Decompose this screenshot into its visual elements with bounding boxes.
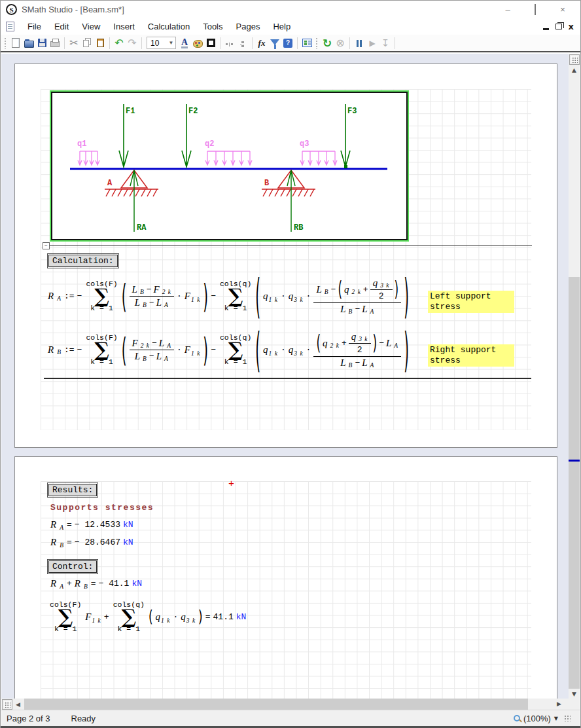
interrupt-icon: ↧ xyxy=(379,37,392,50)
menu-tools[interactable]: Tools xyxy=(196,20,229,33)
vertical-spacing-icon[interactable] xyxy=(236,37,249,50)
copy-icon[interactable] xyxy=(80,37,94,50)
sum-f: cols(F) ∑ k = 1 xyxy=(84,334,118,366)
op: · xyxy=(281,291,286,301)
menu-file[interactable]: File xyxy=(21,20,48,33)
paste-icon[interactable] xyxy=(94,37,107,50)
cut-icon[interactable]: ✂ xyxy=(67,37,80,50)
function-icon[interactable]: fx xyxy=(255,37,268,50)
support-label-a: A xyxy=(107,179,113,188)
redo-icon[interactable]: ↷ xyxy=(126,37,139,50)
pause-icon[interactable] xyxy=(353,37,366,50)
beam-diagram[interactable]: F1 F2 F3 q1 q2 q3 A B RA RB xyxy=(51,92,408,240)
force-arrows xyxy=(119,104,350,167)
document-icon[interactable] xyxy=(6,22,14,31)
menu-pages[interactable]: Pages xyxy=(230,20,267,33)
control-sum-line[interactable]: RA + RB = − 41.1 kN xyxy=(50,579,142,589)
results-subtitle[interactable]: Supports stresses xyxy=(50,503,154,513)
menu-view[interactable]: View xyxy=(75,20,107,33)
worksheet-page-1[interactable]: F1 F2 F3 q1 q2 q3 A B RA RB − Calculatio… xyxy=(14,64,557,448)
op: − xyxy=(211,291,216,301)
section-collapse-toggle[interactable]: − xyxy=(43,242,50,249)
menu-help[interactable]: Help xyxy=(266,20,297,33)
formula-ra[interactable]: RA := − cols(F) ∑ k = 1 ( LB−F2 k LB−LA … xyxy=(48,271,409,321)
stop-icon: ⊗ xyxy=(334,37,347,50)
op: − xyxy=(211,345,216,355)
sub: B xyxy=(57,349,62,355)
zoom-magnifier-icon[interactable] xyxy=(514,715,520,721)
minimize-button[interactable]: – xyxy=(503,5,512,14)
open-icon[interactable] xyxy=(22,37,35,50)
paren: ) xyxy=(203,282,208,311)
op: − xyxy=(77,291,82,301)
calculation-section-label[interactable]: Calculation: xyxy=(48,255,118,267)
new-icon[interactable] xyxy=(9,37,22,50)
paren: ( xyxy=(122,282,127,311)
force-label-f2: F2 xyxy=(188,107,198,116)
fraction: LB−F2 k LB−LA xyxy=(130,285,174,308)
resize-grip[interactable] xyxy=(564,715,571,721)
font-size-combo[interactable]: 10 ▼ xyxy=(147,37,176,49)
fraction: ( q2 k+ q3 k2 ) −LA LB−LA xyxy=(313,332,401,368)
print-icon[interactable] xyxy=(48,37,62,50)
horizontal-scroll-thumb[interactable] xyxy=(24,699,528,710)
app-window: S SMath Studio - [Beam.sm*] – × File Edi… xyxy=(0,0,581,728)
snapshot-table-icon[interactable] xyxy=(300,37,313,50)
mdi-minimize-button[interactable] xyxy=(543,28,549,30)
help-reference-icon[interactable]: ? xyxy=(281,37,294,50)
result-rb[interactable]: RB = − 28.6467 kN xyxy=(50,537,133,547)
load-label-q1: q1 xyxy=(77,139,86,149)
result-ra[interactable]: RA = − 12.4533 kN xyxy=(50,520,133,530)
op: := xyxy=(64,291,75,301)
scroll-up-icon[interactable]: ▲ xyxy=(569,65,580,75)
close-button[interactable]: × xyxy=(558,5,567,14)
border-icon[interactable] xyxy=(204,37,217,50)
vertical-scroll-thumb[interactable] xyxy=(569,277,580,689)
worksheet-canvas[interactable]: F1 F2 F3 q1 q2 q3 A B RA RB − Calculatio… xyxy=(1,54,569,699)
scroll-right-icon[interactable]: ▶ xyxy=(554,699,565,709)
control-section-label[interactable]: Control: xyxy=(48,560,97,573)
mdi-close-button[interactable]: x xyxy=(569,22,574,31)
font-size-value[interactable]: 10 xyxy=(147,39,167,48)
scroll-left-icon[interactable]: ◀ xyxy=(12,699,24,710)
undo-icon[interactable]: ↶ xyxy=(113,37,126,50)
op: · xyxy=(177,291,182,301)
maximize-button[interactable] xyxy=(535,4,536,15)
control-check-formula[interactable]: cols(F) ∑ k = 1 F1 k + cols(q) ∑ k = 1 (… xyxy=(48,596,246,638)
formula-rb[interactable]: RB := − cols(F) ∑ k = 1 ( F2 k−LA LB−LA … xyxy=(48,325,409,374)
note-right-support[interactable]: Right support stress xyxy=(428,344,514,367)
page-grid xyxy=(41,481,531,699)
toolbar-grip[interactable] xyxy=(4,37,7,49)
background-color-icon[interactable] xyxy=(191,37,204,50)
page-select-button[interactable] xyxy=(569,54,580,65)
horizontal-scrollbar[interactable]: ◀ ▶ xyxy=(1,699,569,710)
var: R xyxy=(48,345,54,355)
zoom-dropdown-icon[interactable]: ▼ xyxy=(554,716,558,721)
note-left-support[interactable]: Left support stress xyxy=(428,291,514,313)
font-color-icon[interactable]: A xyxy=(178,37,191,50)
menu-insert[interactable]: Insert xyxy=(107,20,141,33)
save-icon[interactable] xyxy=(35,37,48,50)
support-label-b: B xyxy=(264,179,269,188)
horizontal-spacing-icon[interactable] xyxy=(223,37,236,50)
op: − xyxy=(77,345,82,355)
results-section-label[interactable]: Results: xyxy=(48,484,97,496)
section-top-line xyxy=(50,246,532,246)
page-grid-button[interactable] xyxy=(2,699,12,710)
force-label-f1: F1 xyxy=(126,107,135,116)
paren: ) xyxy=(404,275,409,318)
zoom-level[interactable]: (100%) xyxy=(523,714,551,723)
op: := xyxy=(64,345,75,355)
worksheet-page-2[interactable]: + Results: Supports stresses RA = − 12.4… xyxy=(14,456,557,699)
scrollbar-page-marker xyxy=(569,460,580,462)
mdi-restore-button[interactable] xyxy=(555,24,562,29)
vertical-scrollbar[interactable]: ▲ ▼ xyxy=(569,54,580,699)
font-size-dropdown-icon[interactable]: ▼ xyxy=(167,40,175,46)
recalculate-icon[interactable]: ↻ xyxy=(321,37,334,50)
filter-funnel-icon[interactable] xyxy=(268,37,281,50)
menu-edit[interactable]: Edit xyxy=(48,20,75,33)
toolbar: ✂ ↶ ↷ 10 ▼ A fx ? ↻ ⊗ ▶ ↧ xyxy=(1,35,580,52)
scroll-down-icon[interactable]: ▼ xyxy=(569,689,580,699)
menu-calculation[interactable]: Calculation xyxy=(141,20,196,33)
toolbar-grip-2[interactable] xyxy=(315,37,319,49)
